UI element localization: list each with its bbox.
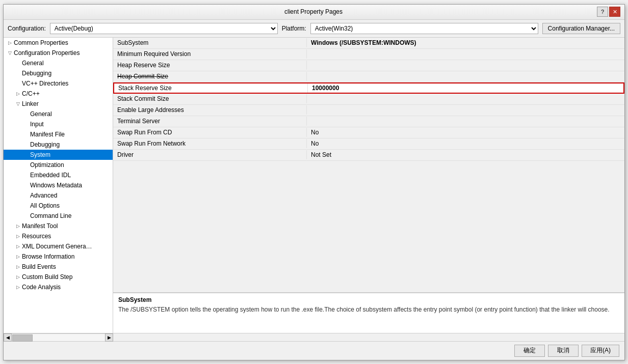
sidebar-item-manifest-tool[interactable]: ▷Manifest Tool bbox=[4, 221, 113, 231]
property-row[interactable]: DriverNot Set bbox=[113, 150, 624, 161]
property-name: Terminal Server bbox=[113, 117, 307, 126]
apply-button[interactable]: 应用(A) bbox=[582, 345, 619, 357]
sidebar-item-label: Debugging bbox=[22, 70, 111, 77]
sidebar-item-custom-build[interactable]: ▷Custom Build Step bbox=[4, 272, 113, 282]
property-name: Stack Commit Size bbox=[113, 94, 307, 103]
property-row[interactable]: Swap Run From CDNo bbox=[113, 127, 624, 138]
property-value: No bbox=[307, 139, 624, 148]
property-value: Not Set bbox=[307, 150, 624, 159]
title-bar-buttons: ? ✕ bbox=[597, 7, 620, 17]
config-manager-button[interactable]: Configuration Manager... bbox=[542, 23, 620, 34]
property-value bbox=[307, 98, 624, 100]
sidebar-item-vc-dirs[interactable]: VC++ Directories bbox=[4, 78, 113, 89]
property-row[interactable]: Heap Reserve Size bbox=[113, 60, 624, 71]
sidebar-item-resources[interactable]: ▷Resources bbox=[4, 231, 113, 241]
property-row[interactable]: Stack Commit Size bbox=[113, 94, 624, 105]
sidebar-item-general[interactable]: General bbox=[4, 58, 113, 68]
expander-icon: ▽ bbox=[14, 100, 22, 108]
expander-icon: ▷ bbox=[14, 253, 22, 261]
expander-icon bbox=[14, 69, 22, 77]
config-bar: Configuration: Active(Debug) Platform: A… bbox=[4, 20, 624, 38]
sidebar-item-linker-general[interactable]: General bbox=[4, 109, 113, 119]
properties-grid: SubSystemWindows (/SUBSYSTEM:WINDOWS)Min… bbox=[113, 38, 624, 293]
property-value bbox=[307, 120, 624, 122]
sidebar-item-label: Common Properties bbox=[14, 39, 111, 46]
sidebar-item-browse-info[interactable]: ▷Browse Information bbox=[4, 251, 113, 262]
property-row[interactable]: Terminal Server bbox=[113, 116, 624, 127]
sidebar-item-label: Advanced bbox=[30, 192, 111, 199]
sidebar: ▷Common Properties▽Configuration Propert… bbox=[4, 38, 113, 333]
config-select[interactable]: Active(Debug) bbox=[50, 23, 278, 34]
expander-icon: ▷ bbox=[14, 90, 22, 98]
sidebar-item-build-events[interactable]: ▷Build Events bbox=[4, 262, 113, 272]
sidebar-item-linker-winmeta[interactable]: Windows Metadata bbox=[4, 180, 113, 190]
expander-icon bbox=[22, 202, 30, 210]
property-row[interactable]: Enable Large Addresses bbox=[113, 105, 624, 116]
property-value: No bbox=[307, 128, 624, 137]
sidebar-item-label: Windows Metadata bbox=[30, 182, 111, 189]
sidebar-item-config-props[interactable]: ▽Configuration Properties bbox=[4, 48, 113, 58]
scroll-track[interactable] bbox=[12, 333, 105, 342]
sidebar-item-label: General bbox=[30, 110, 111, 118]
close-button[interactable]: ✕ bbox=[609, 7, 620, 17]
sidebar-item-label: Command Line bbox=[30, 212, 111, 219]
dialog-window: client Property Pages ? ✕ Configuration:… bbox=[3, 4, 625, 360]
property-row[interactable]: Heap Commit Size bbox=[113, 71, 624, 82]
expander-icon: ▷ bbox=[14, 222, 22, 230]
property-row[interactable]: Minimum Required Version bbox=[113, 49, 624, 60]
property-value bbox=[307, 64, 624, 66]
sidebar-item-label: VC++ Directories bbox=[22, 80, 111, 87]
property-row[interactable]: Stack Reserve Size10000000 bbox=[113, 82, 624, 94]
scroll-left-btn[interactable]: ◀ bbox=[4, 333, 12, 342]
sidebar-item-linker[interactable]: ▽Linker bbox=[4, 99, 113, 109]
expander-icon bbox=[22, 120, 30, 128]
sidebar-item-code-analysis[interactable]: ▷Code Analysis bbox=[4, 282, 113, 292]
sidebar-item-linker-opt[interactable]: Optimization bbox=[4, 160, 113, 170]
sidebar-item-label: Resources bbox=[22, 233, 111, 240]
sidebar-item-linker-allopts[interactable]: All Options bbox=[4, 201, 113, 211]
expander-icon bbox=[22, 171, 30, 179]
sidebar-item-debugging[interactable]: Debugging bbox=[4, 68, 113, 78]
expander-icon bbox=[14, 79, 22, 88]
sidebar-item-label: XML Document Genera… bbox=[22, 243, 111, 250]
sidebar-item-linker-manifest[interactable]: Manifest File bbox=[4, 129, 113, 139]
scroll-right-btn[interactable]: ▶ bbox=[105, 333, 113, 342]
config-label: Configuration: bbox=[8, 25, 46, 32]
sidebar-item-label: Manifest File bbox=[30, 131, 111, 138]
cancel-button[interactable]: 取消 bbox=[548, 345, 579, 357]
sidebar-item-linker-input[interactable]: Input bbox=[4, 119, 113, 129]
property-value bbox=[307, 109, 624, 111]
expander-icon bbox=[22, 191, 30, 200]
sidebar-item-linker-idl[interactable]: Embedded IDL bbox=[4, 170, 113, 180]
sidebar-item-linker-advanced[interactable]: Advanced bbox=[4, 190, 113, 201]
property-row[interactable]: Swap Run From NetworkNo bbox=[113, 138, 624, 150]
property-value: 10000000 bbox=[308, 83, 623, 93]
sidebar-item-cpp[interactable]: ▷C/C++ bbox=[4, 89, 113, 99]
expander-icon bbox=[22, 151, 30, 159]
sidebar-item-label: C/C++ bbox=[22, 90, 111, 97]
sidebar-item-label: Manifest Tool bbox=[22, 222, 111, 230]
property-value bbox=[307, 75, 624, 77]
sidebar-item-linker-debug[interactable]: Debugging bbox=[4, 139, 113, 150]
sidebar-item-label: General bbox=[22, 60, 111, 67]
sidebar-scrollbar[interactable]: ◀ ▶ bbox=[4, 333, 624, 341]
property-name: Heap Reserve Size bbox=[113, 61, 307, 70]
expander-icon: ▷ bbox=[14, 263, 22, 271]
sidebar-item-linker-system[interactable]: System bbox=[4, 150, 113, 160]
property-name: Driver bbox=[113, 150, 307, 159]
expander-icon: ▷ bbox=[14, 232, 22, 240]
scroll-thumb[interactable] bbox=[12, 334, 33, 342]
expander-icon bbox=[22, 181, 30, 189]
sidebar-item-common-props[interactable]: ▷Common Properties bbox=[4, 38, 113, 48]
sidebar-item-label: System bbox=[30, 151, 111, 158]
property-name: Heap Commit Size bbox=[113, 72, 307, 81]
ok-button[interactable]: 确定 bbox=[514, 345, 545, 357]
expander-icon: ▷ bbox=[14, 283, 22, 291]
help-button[interactable]: ? bbox=[597, 7, 608, 17]
sidebar-item-xml-doc[interactable]: ▷XML Document Genera… bbox=[4, 241, 113, 251]
property-row[interactable]: SubSystemWindows (/SUBSYSTEM:WINDOWS) bbox=[113, 38, 624, 49]
platform-select[interactable]: Active(Win32) bbox=[310, 23, 538, 34]
description-text: The /SUBSYSTEM option tells the operatin… bbox=[118, 305, 619, 314]
sidebar-item-linker-cmdline[interactable]: Command Line bbox=[4, 211, 113, 221]
sidebar-item-label: Linker bbox=[22, 100, 111, 107]
